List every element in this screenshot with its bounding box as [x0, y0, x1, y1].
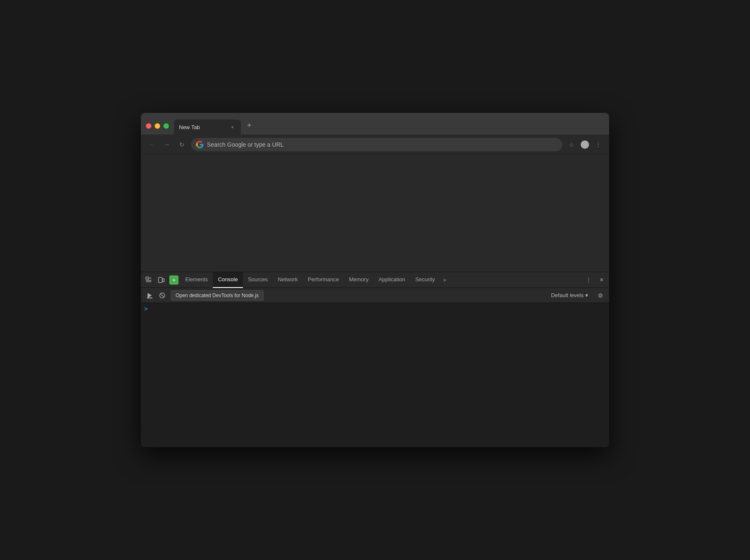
reload-icon: ↻ [179, 141, 184, 148]
device-mode-button[interactable] [155, 274, 168, 286]
forward-button[interactable]: → [161, 139, 173, 150]
devtools-tabs-bar: N Elements Console Sources Network Perfo… [141, 272, 609, 288]
tab-memory[interactable]: Memory [344, 272, 374, 288]
svg-rect-0 [146, 277, 148, 279]
more-tabs-button[interactable]: » [440, 272, 449, 288]
inspect-element-button[interactable] [143, 274, 155, 286]
bookmark-button[interactable]: ☆ [566, 139, 577, 150]
devtools-actions: ⋮ × [582, 274, 607, 286]
console-toolbar: Open dedicated DevTools for Node.js Defa… [141, 288, 609, 303]
levels-arrow-icon: ▾ [585, 292, 588, 298]
device-mode-icon [158, 277, 165, 283]
maximize-button[interactable] [163, 123, 169, 129]
console-clear-button[interactable] [144, 290, 155, 301]
console-prompt-line: > [144, 305, 606, 313]
menu-icon: ⋮ [595, 141, 601, 148]
svg-rect-4 [158, 277, 162, 283]
browser-window: New Tab × + ← → ↻ Search Google or type … [141, 113, 609, 447]
close-button[interactable] [146, 123, 151, 129]
address-bar[interactable]: Search Google or type a URL [191, 138, 562, 151]
tab-close-button[interactable]: × [229, 124, 236, 130]
tab-performance[interactable]: Performance [303, 272, 344, 288]
console-filter-button[interactable] [157, 290, 168, 301]
page-content [141, 155, 609, 272]
settings-icon: ⚙ [598, 292, 603, 299]
devtools-panel: N Elements Console Sources Network Perfo… [141, 272, 609, 447]
levels-label: Default levels [551, 292, 584, 298]
google-logo-icon [196, 141, 204, 148]
traffic-lights [146, 123, 169, 129]
svg-rect-5 [163, 279, 164, 282]
nodejs-logo-icon: N [171, 277, 177, 283]
tab-title: New Tab [179, 124, 226, 130]
menu-button[interactable]: ⋮ [592, 139, 604, 150]
tab-application[interactable]: Application [374, 272, 411, 288]
new-tab-button[interactable]: + [243, 120, 255, 131]
svg-text:N: N [173, 279, 175, 282]
back-icon: ← [149, 141, 155, 148]
address-text: Search Google or type a URL [207, 141, 557, 148]
devtools-kebab-button[interactable]: ⋮ [582, 274, 595, 286]
browser-tab[interactable]: New Tab × [174, 120, 241, 135]
inspect-icon [145, 277, 152, 283]
console-levels: Default levels ▾ ⚙ [548, 290, 606, 301]
reload-button[interactable]: ↻ [176, 139, 188, 150]
minimize-button[interactable] [155, 123, 160, 129]
svg-marker-8 [148, 293, 152, 298]
forward-icon: → [164, 141, 170, 148]
nav-actions: ☆ ⋮ [566, 139, 604, 150]
nodejs-icon: N [169, 275, 179, 285]
play-icon [147, 293, 153, 298]
tab-console[interactable]: Console [213, 272, 243, 288]
levels-dropdown[interactable]: Default levels ▾ [548, 290, 592, 300]
tab-network[interactable]: Network [273, 272, 303, 288]
back-button[interactable]: ← [146, 139, 158, 150]
profile-button[interactable] [579, 139, 591, 150]
title-bar: New Tab × + [141, 113, 609, 135]
profile-icon [581, 140, 589, 149]
tab-elements[interactable]: Elements [180, 272, 213, 288]
svg-rect-9 [147, 298, 153, 298]
nodejs-devtools-tooltip: Open dedicated DevTools for Node.js [171, 290, 263, 300]
block-icon [159, 293, 165, 298]
console-settings-button[interactable]: ⚙ [595, 290, 606, 301]
console-caret: > [144, 305, 148, 312]
nav-bar: ← → ↻ Search Google or type a URL ☆ [141, 135, 609, 155]
bookmark-icon: ☆ [569, 141, 574, 148]
tab-sources[interactable]: Sources [243, 272, 273, 288]
svg-line-11 [161, 293, 164, 297]
devtools-close-button[interactable]: × [596, 274, 607, 286]
tab-security[interactable]: Security [410, 272, 440, 288]
console-output[interactable]: > [141, 303, 609, 447]
